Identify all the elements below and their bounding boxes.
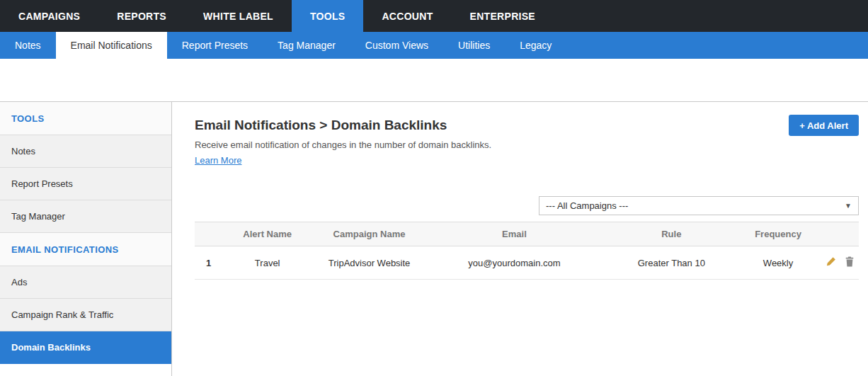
edit-pencil-icon[interactable] [826, 256, 836, 269]
sidebar-item-tag-manager[interactable]: Tag Manager [0, 200, 171, 233]
header-row-number [195, 222, 222, 246]
sidebar-header-email-notifications: EMAIL NOTIFICATIONS [0, 233, 171, 266]
sub-nav-email-notifications[interactable]: Email Notifications [56, 32, 167, 59]
table-row: 1 Travel TripAdvisor Website you@yourdom… [195, 246, 859, 280]
trash-icon[interactable] [845, 256, 855, 269]
campaign-filter-value: --- All Campaigns --- [546, 200, 628, 211]
top-nav-campaigns[interactable]: CAMPAIGNS [0, 0, 98, 32]
sub-nav-tag-manager[interactable]: Tag Manager [263, 32, 350, 59]
title-block: Email Notifications > Domain Backlinks R… [195, 115, 491, 166]
top-nav-tools[interactable]: TOOLS [292, 0, 363, 32]
cell-row-number: 1 [195, 246, 222, 280]
sidebar-item-report-presets[interactable]: Report Presets [0, 168, 171, 200]
sidebar-item-domain-backlinks[interactable]: Domain Backlinks [0, 331, 171, 364]
sidebar-item-notes[interactable]: Notes [0, 135, 171, 168]
add-alert-button[interactable]: + Add Alert [789, 115, 859, 136]
cell-frequency: Weekly [741, 246, 816, 280]
chevron-down-icon: ▼ [845, 202, 852, 210]
page-description: Receive email notification of changes in… [195, 139, 491, 150]
sub-nav-custom-views[interactable]: Custom Views [350, 32, 443, 59]
sidebar-item-ads[interactable]: Ads [0, 266, 171, 299]
top-nav-white-label[interactable]: WHITE LABEL [185, 0, 292, 32]
content-area: TOOLS Notes Report Presets Tag Manager E… [0, 101, 868, 376]
top-nav-account[interactable]: ACCOUNT [363, 0, 451, 32]
cell-email: you@yourdomain.com [426, 246, 603, 280]
header-email: Email [426, 222, 603, 246]
sub-nav: Notes Email Notifications Report Presets… [0, 32, 868, 59]
alerts-table: Alert Name Campaign Name Email Rule Freq… [195, 222, 859, 280]
header-rule: Rule [603, 222, 741, 246]
learn-more-link[interactable]: Learn More [195, 155, 241, 166]
top-nav-reports[interactable]: REPORTS [98, 0, 185, 32]
header-frequency: Frequency [741, 222, 816, 246]
filter-row: --- All Campaigns --- ▼ [195, 196, 859, 215]
main-panel: Email Notifications > Domain Backlinks R… [172, 102, 868, 376]
sub-nav-report-presets[interactable]: Report Presets [167, 32, 263, 59]
campaign-filter-select[interactable]: --- All Campaigns --- ▼ [539, 196, 859, 215]
sidebar-header-tools: TOOLS [0, 102, 171, 135]
table-header-row: Alert Name Campaign Name Email Rule Freq… [195, 222, 859, 246]
top-nav: CAMPAIGNS REPORTS WHITE LABEL TOOLS ACCO… [0, 0, 868, 32]
page-title: Email Notifications > Domain Backlinks [195, 118, 491, 133]
cell-rule: Greater Than 10 [603, 246, 741, 280]
sidebar-item-campaign-rank-traffic[interactable]: Campaign Rank & Traffic [0, 299, 171, 331]
cell-actions [816, 246, 859, 280]
cell-campaign-name: TripAdvisor Website [312, 246, 426, 280]
page-gap [0, 59, 868, 101]
sidebar: TOOLS Notes Report Presets Tag Manager E… [0, 102, 172, 376]
main-header: Email Notifications > Domain Backlinks R… [195, 115, 859, 166]
top-nav-enterprise[interactable]: ENTERPRISE [452, 0, 554, 32]
header-campaign-name: Campaign Name [312, 222, 426, 246]
sub-nav-notes[interactable]: Notes [0, 32, 56, 59]
cell-alert-name: Travel [222, 246, 312, 280]
header-actions [816, 222, 859, 246]
header-alert-name: Alert Name [222, 222, 312, 246]
sub-nav-utilities[interactable]: Utilities [443, 32, 505, 59]
sub-nav-legacy[interactable]: Legacy [505, 32, 566, 59]
